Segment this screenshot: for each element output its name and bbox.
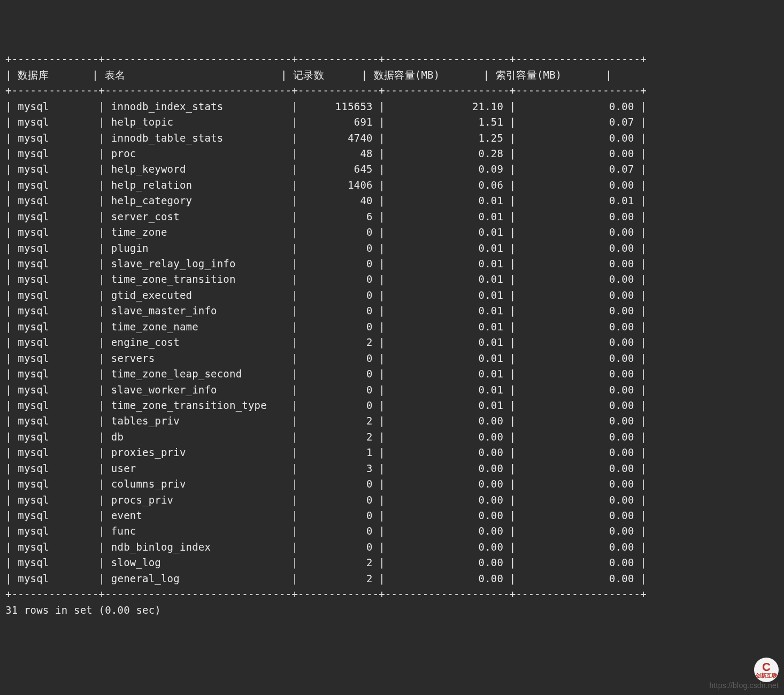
watermark-url: https://blog.csdn.net — [709, 680, 779, 692]
mysql-result-table: +--------------+------------------------… — [5, 51, 779, 618]
brand-logo: C创新互联 — [754, 658, 779, 682]
